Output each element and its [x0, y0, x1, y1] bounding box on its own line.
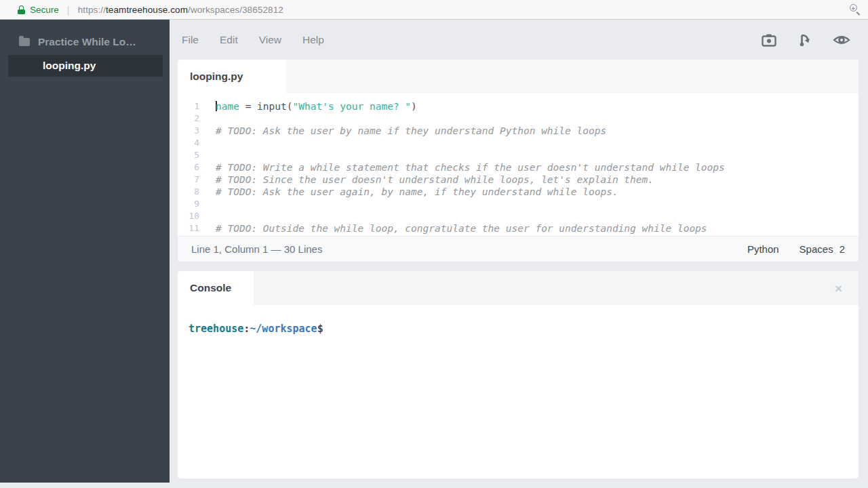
console-tab-label: Console: [190, 282, 231, 294]
line-number: 1: [178, 100, 199, 113]
line-number: 6: [178, 161, 199, 174]
line-content: # TODO: Ask the user by name if they und…: [216, 125, 606, 137]
line-content: # TODO: Outside the while loop, congratu…: [216, 222, 707, 235]
url-domain: teamtreehouse.com: [106, 5, 188, 15]
console-prompt: treehouse:~/workspace$: [189, 323, 323, 335]
console-output[interactable]: treehouse:~/workspace$: [178, 305, 859, 479]
address-separator: |: [67, 4, 70, 16]
code-line: 11# TODO: Outside the while loop, congra…: [178, 222, 859, 235]
line-number: 2: [178, 113, 199, 125]
fork-icon[interactable]: [797, 32, 813, 48]
tab-console[interactable]: Console: [178, 271, 254, 305]
indent-setting[interactable]: Spaces 2: [800, 243, 845, 255]
menu-file[interactable]: File: [182, 34, 199, 46]
editor-tab-bar: looping.py: [178, 60, 859, 94]
eye-icon[interactable]: [833, 32, 850, 48]
url-text[interactable]: https://teamtreehouse.com/workspaces/386…: [78, 5, 283, 15]
language-label[interactable]: Python: [747, 243, 779, 255]
toolbar-icons: [761, 32, 850, 48]
menu-bar: File Edit View Help: [170, 20, 868, 60]
line-content: name = input("What's your name? "): [216, 100, 417, 113]
main-panel: File Edit View Help: [170, 20, 868, 483]
indent-label: Spaces: [800, 243, 833, 255]
line-number: 11: [178, 222, 199, 235]
camera-icon[interactable]: [761, 32, 777, 48]
line-content: # TODO: Since the user doesn't understan…: [216, 174, 654, 186]
editor-panel: looping.py 1name = input("What's your na…: [178, 60, 859, 262]
indent-value: 2: [840, 243, 845, 255]
tab-label: looping.py: [190, 70, 243, 83]
code-line: 10: [178, 210, 859, 222]
editor-status-bar: Line 1, Column 1 — 30 Lines Python Space…: [178, 236, 859, 262]
line-number: 3: [178, 125, 199, 137]
url-scheme: https://: [78, 5, 106, 15]
browser-address-bar[interactable]: Secure | https://teamtreehouse.com/works…: [0, 0, 868, 20]
line-number: 7: [178, 174, 199, 186]
status-right: Python Spaces 2: [747, 243, 845, 255]
menu-view[interactable]: View: [259, 34, 281, 46]
sidebar-project[interactable]: Practice While Lo…: [0, 30, 170, 54]
sidebar-file-looping-py[interactable]: looping.py: [8, 55, 163, 77]
tab-looping-py[interactable]: looping.py: [178, 60, 286, 94]
code-line: 7# TODO: Since the user doesn't understa…: [178, 174, 859, 186]
file-sidebar: Practice While Lo… looping.py: [0, 20, 170, 483]
code-lines: 1name = input("What's your name? ")23# T…: [178, 100, 859, 235]
folder-icon: [19, 38, 30, 46]
line-content: # TODO: Ask the user again, by name, if …: [216, 186, 618, 198]
line-number: 9: [178, 198, 199, 210]
code-line: 8# TODO: Ask the user again, by name, if…: [178, 186, 859, 198]
menu-help[interactable]: Help: [302, 34, 324, 46]
code-line: 5: [178, 149, 859, 161]
workspace-app: Practice While Lo… looping.py File Edit …: [0, 20, 868, 483]
line-number: 5: [178, 149, 199, 161]
line-content: # TODO: Write a while statement that che…: [216, 161, 725, 174]
code-line: 6# TODO: Write a while statement that ch…: [178, 161, 859, 174]
security-label: Secure: [30, 5, 59, 15]
code-line: 2: [178, 113, 859, 125]
page-zoom-icon[interactable]: +: [849, 3, 861, 16]
project-name: Practice While Lo…: [38, 36, 136, 48]
line-number: 10: [178, 210, 199, 222]
file-name: looping.py: [43, 60, 96, 72]
close-icon[interactable]: ×: [835, 282, 842, 295]
line-number: 8: [178, 186, 199, 198]
code-line: 4: [178, 137, 859, 149]
cursor-position-label: Line 1, Column 1 — 30 Lines: [191, 243, 322, 255]
code-line: 1name = input("What's your name? "): [178, 100, 859, 113]
code-editor[interactable]: 1name = input("What's your name? ")23# T…: [178, 94, 859, 236]
line-number: 4: [178, 137, 199, 149]
code-line: 3# TODO: Ask the user by name if they un…: [178, 125, 859, 137]
code-line: 9: [178, 198, 859, 210]
url-path: /workspaces/38652812: [188, 5, 283, 15]
page-bottom-strip: [0, 483, 868, 488]
console-panel: Console × treehouse:~/workspace$: [178, 271, 859, 479]
console-tab-bar: Console ×: [178, 271, 859, 305]
menu-edit[interactable]: Edit: [220, 34, 238, 46]
lock-icon: [18, 5, 25, 14]
